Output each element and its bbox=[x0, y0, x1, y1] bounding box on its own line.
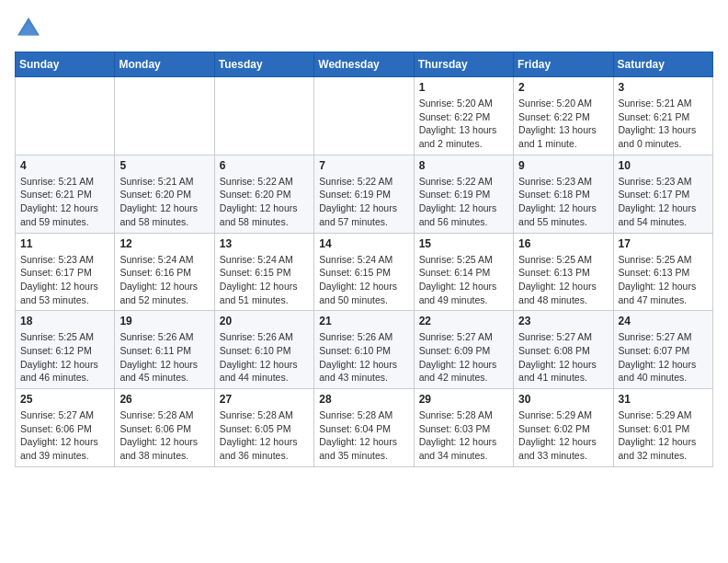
calendar-cell: 2Sunrise: 5:20 AM Sunset: 6:22 PM Daylig… bbox=[514, 77, 613, 155]
calendar-cell: 30Sunrise: 5:29 AM Sunset: 6:02 PM Dayli… bbox=[514, 389, 613, 467]
calendar-cell: 21Sunrise: 5:26 AM Sunset: 6:10 PM Dayli… bbox=[314, 311, 414, 389]
column-header-sunday: Sunday bbox=[16, 52, 115, 77]
logo-icon bbox=[15, 15, 42, 42]
day-number: 10 bbox=[619, 159, 708, 172]
calendar-week-row: 18Sunrise: 5:25 AM Sunset: 6:12 PM Dayli… bbox=[16, 311, 713, 389]
calendar-cell: 6Sunrise: 5:22 AM Sunset: 6:20 PM Daylig… bbox=[214, 155, 313, 233]
calendar-cell bbox=[115, 77, 214, 155]
calendar-cell: 17Sunrise: 5:25 AM Sunset: 6:13 PM Dayli… bbox=[613, 233, 712, 311]
day-info: Sunrise: 5:20 AM Sunset: 6:22 PM Dayligh… bbox=[518, 97, 608, 151]
day-number: 2 bbox=[518, 81, 608, 94]
day-info: Sunrise: 5:23 AM Sunset: 6:17 PM Dayligh… bbox=[619, 175, 708, 229]
calendar-cell: 13Sunrise: 5:24 AM Sunset: 6:15 PM Dayli… bbox=[214, 233, 313, 311]
calendar-cell: 18Sunrise: 5:25 AM Sunset: 6:12 PM Dayli… bbox=[16, 311, 115, 389]
day-number: 28 bbox=[319, 393, 408, 406]
day-number: 8 bbox=[419, 159, 508, 172]
day-number: 24 bbox=[619, 315, 708, 327]
calendar-cell: 28Sunrise: 5:28 AM Sunset: 6:04 PM Dayli… bbox=[314, 389, 414, 467]
calendar-body: 1Sunrise: 5:20 AM Sunset: 6:22 PM Daylig… bbox=[16, 77, 713, 467]
column-header-tuesday: Tuesday bbox=[214, 52, 313, 77]
day-info: Sunrise: 5:22 AM Sunset: 6:20 PM Dayligh… bbox=[220, 175, 309, 229]
calendar-week-row: 1Sunrise: 5:20 AM Sunset: 6:22 PM Daylig… bbox=[16, 77, 713, 155]
calendar-cell: 16Sunrise: 5:25 AM Sunset: 6:13 PM Dayli… bbox=[514, 233, 613, 311]
day-info: Sunrise: 5:23 AM Sunset: 6:18 PM Dayligh… bbox=[518, 175, 608, 229]
day-number: 27 bbox=[220, 393, 309, 406]
calendar-week-row: 11Sunrise: 5:23 AM Sunset: 6:17 PM Dayli… bbox=[16, 233, 713, 311]
calendar-week-row: 25Sunrise: 5:27 AM Sunset: 6:06 PM Dayli… bbox=[16, 389, 713, 467]
day-number: 1 bbox=[419, 81, 508, 94]
day-info: Sunrise: 5:23 AM Sunset: 6:17 PM Dayligh… bbox=[20, 253, 109, 307]
day-info: Sunrise: 5:26 AM Sunset: 6:10 PM Dayligh… bbox=[319, 330, 408, 385]
day-number: 17 bbox=[619, 237, 708, 250]
calendar-cell: 8Sunrise: 5:22 AM Sunset: 6:19 PM Daylig… bbox=[414, 155, 513, 233]
calendar-cell: 27Sunrise: 5:28 AM Sunset: 6:05 PM Dayli… bbox=[214, 389, 313, 467]
calendar-cell: 1Sunrise: 5:20 AM Sunset: 6:22 PM Daylig… bbox=[414, 77, 513, 155]
day-number: 18 bbox=[20, 315, 109, 327]
day-number: 7 bbox=[319, 159, 408, 172]
day-info: Sunrise: 5:24 AM Sunset: 6:15 PM Dayligh… bbox=[319, 253, 408, 307]
day-info: Sunrise: 5:20 AM Sunset: 6:22 PM Dayligh… bbox=[419, 97, 508, 151]
day-number: 26 bbox=[119, 393, 209, 406]
day-info: Sunrise: 5:28 AM Sunset: 6:04 PM Dayligh… bbox=[319, 408, 408, 463]
day-info: Sunrise: 5:21 AM Sunset: 6:21 PM Dayligh… bbox=[619, 97, 708, 151]
day-number: 12 bbox=[119, 237, 209, 250]
day-info: Sunrise: 5:26 AM Sunset: 6:10 PM Dayligh… bbox=[220, 330, 309, 385]
column-header-friday: Friday bbox=[514, 52, 613, 77]
day-number: 15 bbox=[419, 237, 508, 250]
day-info: Sunrise: 5:26 AM Sunset: 6:11 PM Dayligh… bbox=[119, 330, 209, 385]
day-info: Sunrise: 5:22 AM Sunset: 6:19 PM Dayligh… bbox=[419, 175, 508, 229]
day-info: Sunrise: 5:28 AM Sunset: 6:03 PM Dayligh… bbox=[419, 408, 508, 463]
calendar-cell: 15Sunrise: 5:25 AM Sunset: 6:14 PM Dayli… bbox=[414, 233, 513, 311]
calendar-cell: 31Sunrise: 5:29 AM Sunset: 6:01 PM Dayli… bbox=[613, 389, 712, 467]
day-info: Sunrise: 5:25 AM Sunset: 6:13 PM Dayligh… bbox=[619, 253, 708, 307]
calendar-cell bbox=[16, 77, 115, 155]
column-header-thursday: Thursday bbox=[414, 52, 513, 77]
calendar-cell: 25Sunrise: 5:27 AM Sunset: 6:06 PM Dayli… bbox=[16, 389, 115, 467]
day-number: 30 bbox=[518, 393, 608, 406]
day-info: Sunrise: 5:28 AM Sunset: 6:06 PM Dayligh… bbox=[119, 408, 209, 463]
calendar-cell: 29Sunrise: 5:28 AM Sunset: 6:03 PM Dayli… bbox=[414, 389, 513, 467]
day-number: 9 bbox=[518, 159, 608, 172]
logo bbox=[15, 15, 46, 42]
calendar-cell: 26Sunrise: 5:28 AM Sunset: 6:06 PM Dayli… bbox=[115, 389, 214, 467]
day-number: 6 bbox=[220, 159, 309, 172]
day-info: Sunrise: 5:25 AM Sunset: 6:14 PM Dayligh… bbox=[419, 253, 508, 307]
day-number: 31 bbox=[619, 393, 708, 406]
day-number: 20 bbox=[220, 315, 309, 327]
day-info: Sunrise: 5:27 AM Sunset: 6:06 PM Dayligh… bbox=[20, 408, 109, 463]
day-info: Sunrise: 5:27 AM Sunset: 6:07 PM Dayligh… bbox=[619, 330, 708, 385]
day-info: Sunrise: 5:21 AM Sunset: 6:20 PM Dayligh… bbox=[119, 175, 209, 229]
day-number: 29 bbox=[419, 393, 508, 406]
calendar-cell bbox=[314, 77, 414, 155]
calendar-cell: 11Sunrise: 5:23 AM Sunset: 6:17 PM Dayli… bbox=[16, 233, 115, 311]
day-info: Sunrise: 5:24 AM Sunset: 6:15 PM Dayligh… bbox=[220, 253, 309, 307]
day-number: 14 bbox=[319, 237, 408, 250]
day-info: Sunrise: 5:27 AM Sunset: 6:09 PM Dayligh… bbox=[419, 330, 508, 385]
day-info: Sunrise: 5:25 AM Sunset: 6:13 PM Dayligh… bbox=[518, 253, 608, 307]
day-number: 19 bbox=[119, 315, 209, 327]
day-info: Sunrise: 5:28 AM Sunset: 6:05 PM Dayligh… bbox=[220, 408, 309, 463]
day-number: 16 bbox=[518, 237, 608, 250]
day-number: 11 bbox=[20, 237, 109, 250]
day-number: 23 bbox=[518, 315, 608, 327]
column-header-saturday: Saturday bbox=[613, 52, 712, 77]
calendar-cell: 23Sunrise: 5:27 AM Sunset: 6:08 PM Dayli… bbox=[514, 311, 613, 389]
calendar-cell: 9Sunrise: 5:23 AM Sunset: 6:18 PM Daylig… bbox=[514, 155, 613, 233]
calendar-cell bbox=[214, 77, 313, 155]
calendar-cell: 20Sunrise: 5:26 AM Sunset: 6:10 PM Dayli… bbox=[214, 311, 313, 389]
day-number: 22 bbox=[419, 315, 508, 327]
day-number: 21 bbox=[319, 315, 408, 327]
calendar-cell: 10Sunrise: 5:23 AM Sunset: 6:17 PM Dayli… bbox=[613, 155, 712, 233]
calendar-cell: 24Sunrise: 5:27 AM Sunset: 6:07 PM Dayli… bbox=[613, 311, 712, 389]
day-number: 25 bbox=[20, 393, 109, 406]
calendar-cell: 7Sunrise: 5:22 AM Sunset: 6:19 PM Daylig… bbox=[314, 155, 414, 233]
column-header-monday: Monday bbox=[115, 52, 214, 77]
column-header-wednesday: Wednesday bbox=[314, 52, 414, 77]
calendar-cell: 14Sunrise: 5:24 AM Sunset: 6:15 PM Dayli… bbox=[314, 233, 414, 311]
day-info: Sunrise: 5:29 AM Sunset: 6:01 PM Dayligh… bbox=[619, 408, 708, 463]
calendar-table: SundayMondayTuesdayWednesdayThursdayFrid… bbox=[15, 52, 713, 467]
calendar-cell: 4Sunrise: 5:21 AM Sunset: 6:21 PM Daylig… bbox=[16, 155, 115, 233]
calendar-cell: 19Sunrise: 5:26 AM Sunset: 6:11 PM Dayli… bbox=[115, 311, 214, 389]
day-number: 5 bbox=[119, 159, 209, 172]
calendar-cell: 3Sunrise: 5:21 AM Sunset: 6:21 PM Daylig… bbox=[613, 77, 712, 155]
